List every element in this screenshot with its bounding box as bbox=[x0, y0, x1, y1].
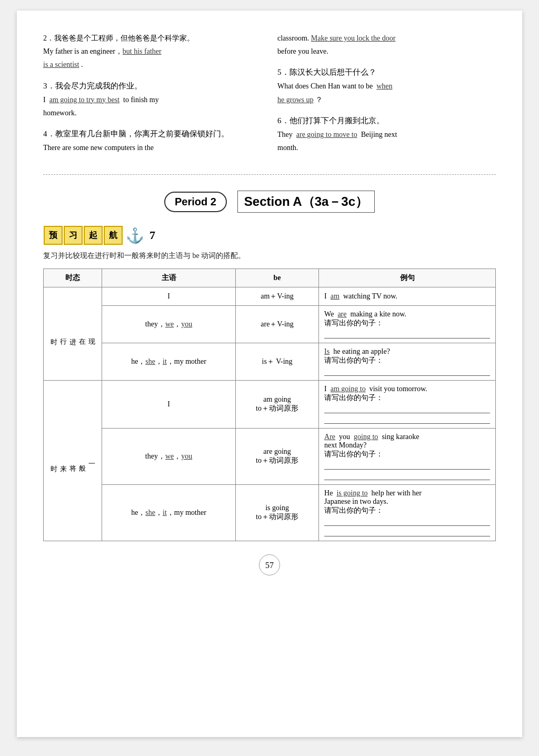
exercise-6: 6．他们打算下个月搬到北京。 They are going to move to… bbox=[277, 116, 496, 154]
example-am-watching: I am watching TV now. bbox=[319, 287, 496, 306]
char-3: 起 bbox=[84, 226, 103, 245]
exercise-3-text2: homework. bbox=[43, 106, 262, 120]
exercises-section: 2．我爸爸是个工程师，但他爸爸是个科学家。 My father is an en… bbox=[43, 32, 496, 175]
tense-future: 一般将来时 bbox=[44, 381, 102, 541]
exercise-6-text: They are going to move to Beijing next bbox=[277, 128, 496, 141]
subject-they-we-you-future: they，we，you bbox=[102, 429, 236, 485]
preview-chars: 预 习 起 航 bbox=[43, 226, 123, 245]
subject-I-present: I bbox=[102, 287, 236, 306]
page: 2．我爸爸是个工程师，但他爸爸是个科学家。 My father is an en… bbox=[17, 11, 522, 737]
exercise-2-num: 2．我爸爸是个工程师，但他爸爸是个科学家。 bbox=[43, 32, 262, 45]
grammar-table: 时态 主语 be 例句 现在进行时 I am＋V-ing I am watchi… bbox=[43, 268, 496, 541]
exercise-4-cont: classroom. Make sure you lock the door b… bbox=[277, 32, 496, 58]
be-am-going-to: am goingto＋动词原形 bbox=[236, 381, 319, 429]
exercise-6-answer: are going to move to bbox=[296, 131, 357, 138]
example-is-going-help: He is going to help her with her Japanes… bbox=[319, 485, 496, 541]
be-is-going-to: is goingto＋动词原形 bbox=[236, 485, 319, 541]
be-are-ving: are＋V-ing bbox=[236, 306, 319, 343]
exercise-4: 4．教室里有几台新申脑，你离开之前要确保锁好门。 There are some … bbox=[43, 129, 262, 154]
col-header-be: be bbox=[236, 269, 319, 287]
exercise-4-text: There are some new computers in the bbox=[43, 141, 262, 154]
subject-he-she-it-future: he，she，it，my mother bbox=[102, 485, 236, 541]
exercise-2-answer2: is a scientist bbox=[43, 61, 79, 68]
subject-I-future: I bbox=[102, 381, 236, 429]
future-row-1: 一般将来时 I am goingto＋动词原形 I am going to vi… bbox=[44, 381, 496, 429]
subject-he-she-it: he，she，it，my mother bbox=[102, 343, 236, 381]
subject-they-we-you: they，we，you bbox=[102, 306, 236, 343]
col-header-subject: 主语 bbox=[102, 269, 236, 287]
example-is-eating: Is he eating an apple? 请写出你的句子： bbox=[319, 343, 496, 381]
exercise-2-text2: is a scientist . bbox=[43, 58, 262, 71]
exercise-4-answer: Make sure you lock the door bbox=[311, 34, 396, 42]
exercise-4-cont-text: classroom. Make sure you lock the door bbox=[277, 32, 496, 45]
char-1: 预 bbox=[44, 226, 63, 245]
preview-banner: 预 习 起 航 ⚓ 7 bbox=[43, 226, 496, 245]
exercise-3-text: I am going to try my best to finish my bbox=[43, 93, 262, 106]
anchor-icon: ⚓ bbox=[126, 227, 144, 244]
period-label: Period 2 bbox=[164, 192, 227, 212]
be-is-ving: is＋ V-ing bbox=[236, 343, 319, 381]
char-4: 航 bbox=[104, 226, 123, 245]
col-header-tense: 时态 bbox=[44, 269, 102, 287]
exercise-2-answer: but his father bbox=[123, 47, 162, 55]
exercise-6-chinese: 6．他们打算下个月搬到北京。 bbox=[277, 116, 496, 126]
exercise-3-answer: am going to try my best bbox=[49, 96, 119, 104]
table-header-row: 时态 主语 be 例句 bbox=[44, 269, 496, 287]
exercise-5: 5．陈汉长大以后想干什么？ What does Chen Han want to… bbox=[277, 67, 496, 106]
period-header: Period 2 Section A（3a－3c） bbox=[43, 191, 496, 213]
example-am-going-visit: I am going to visit you tomorrow. 请写出你的句… bbox=[319, 381, 496, 429]
exercise-4-cont-text2: before you leave. bbox=[277, 45, 496, 58]
present-row-1: 现在进行时 I am＋V-ing I am watching TV now. bbox=[44, 287, 496, 306]
section-title: Section A（3a－3c） bbox=[237, 191, 375, 213]
exercise-5-text2: he grows up ？ bbox=[277, 93, 496, 106]
exercise-2-text: My father is an engineer，but his father bbox=[43, 45, 262, 58]
be-are-going-to: are goingto＋动词原形 bbox=[236, 429, 319, 485]
future-row-2: they，we，you are goingto＋动词原形 Are you goi… bbox=[44, 429, 496, 485]
exercise-5-answer2: he grows up bbox=[277, 96, 313, 104]
present-row-2: they，we，you are＋V-ing We are making a ki… bbox=[44, 306, 496, 343]
right-column: classroom. Make sure you lock the door b… bbox=[277, 32, 496, 164]
exercise-3-chinese: 3．我会尽力完成我的作业。 bbox=[43, 81, 262, 91]
page-number-section: 57 bbox=[43, 554, 496, 575]
example-are-going-karaoke: Are you going to sing karaoke next Monda… bbox=[319, 429, 496, 485]
exercise-5-chinese: 5．陈汉长大以后想干什么？ bbox=[277, 67, 496, 77]
tense-present: 现在进行时 bbox=[44, 287, 102, 381]
exercise-5-answer1: when bbox=[376, 82, 392, 90]
left-column: 2．我爸爸是个工程师，但他爸爸是个科学家。 My father is an en… bbox=[43, 32, 262, 164]
be-am-ving: am＋V-ing bbox=[236, 287, 319, 306]
col-header-example: 例句 bbox=[319, 269, 496, 287]
instruction: 复习并比较现在进行时和一般将来时的主语与 be 动词的搭配。 bbox=[43, 251, 496, 261]
present-row-3: he，she，it，my mother is＋ V-ing Is he eati… bbox=[44, 343, 496, 381]
exercise-6-text2: month. bbox=[277, 141, 496, 154]
future-row-3: he，she，it，my mother is goingto＋动词原形 He i… bbox=[44, 485, 496, 541]
exercise-3: 3．我会尽力完成我的作业。 I am going to try my best … bbox=[43, 81, 262, 120]
example-are-making: We are making a kite now. 请写出你的句子： bbox=[319, 306, 496, 343]
exercise-2: 2．我爸爸是个工程师，但他爸爸是个科学家。 My father is an en… bbox=[43, 32, 262, 72]
char-2: 习 bbox=[64, 226, 83, 245]
exercise-4-chinese: 4．教室里有几台新申脑，你离开之前要确保锁好门。 bbox=[43, 129, 262, 139]
page-number: 57 bbox=[259, 554, 280, 575]
exercise-5-text: What does Chen Han want to be when bbox=[277, 79, 496, 93]
preview-number: 7 bbox=[149, 228, 155, 242]
